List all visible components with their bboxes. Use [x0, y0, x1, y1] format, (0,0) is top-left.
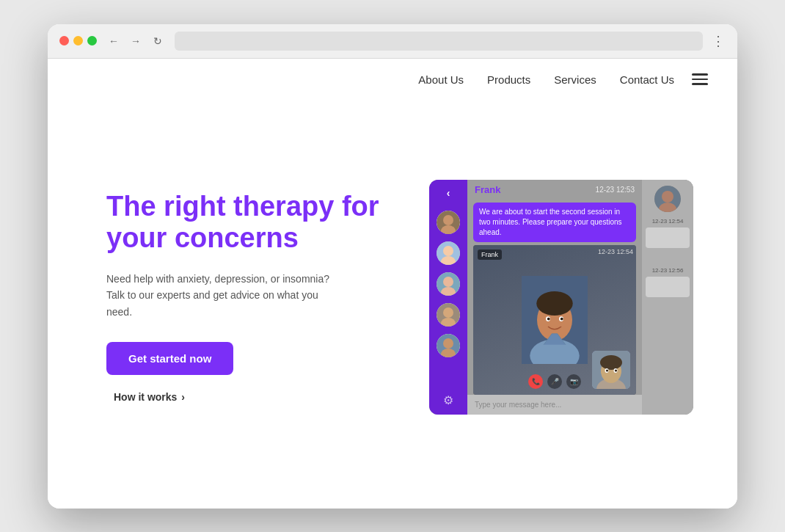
svg-point-31: [615, 369, 617, 371]
svg-point-13: [443, 338, 453, 349]
chat-header: Frank 12-23 12:53: [467, 180, 642, 200]
right-message-1: [646, 227, 690, 248]
svg-point-10: [443, 307, 453, 318]
avatar-svg-5: [437, 334, 460, 357]
browser-nav: ← → ↻: [106, 33, 166, 49]
chat-sidebar: ‹: [429, 180, 467, 415]
nav-contact-us[interactable]: Contact Us: [620, 73, 674, 86]
avatar-svg-3: [437, 272, 460, 296]
right-avatar-svg: [654, 186, 681, 212]
traffic-light-red[interactable]: [59, 36, 69, 45]
sidebar-back-button[interactable]: ‹: [447, 187, 450, 199]
hero-illustration: ‹: [429, 180, 693, 415]
nav-services[interactable]: Services: [554, 73, 596, 86]
svg-point-30: [606, 369, 608, 371]
nav-products[interactable]: Products: [487, 73, 530, 86]
svg-point-7: [443, 277, 453, 287]
chat-header-time: 12-23 12:53: [596, 186, 635, 194]
avatar-svg-1: [437, 211, 460, 234]
back-button[interactable]: ←: [106, 33, 122, 49]
svg-point-33: [662, 191, 673, 203]
hero-title: The right therapy for your concerns: [106, 191, 385, 255]
hero-section: The right therapy for your concerns Need…: [48, 101, 737, 509]
right-message-2: [646, 277, 690, 297]
nav-links: About Us Products Services Contact Us: [418, 73, 674, 86]
svg-point-4: [443, 246, 453, 256]
nav-about-us[interactable]: About Us: [418, 73, 464, 86]
hamburger-line-2: [692, 79, 708, 81]
video-call-area: Frank 12-23 12:54: [473, 245, 636, 395]
refresh-button[interactable]: ↻: [150, 33, 166, 49]
traffic-light-yellow[interactable]: [73, 36, 83, 45]
camera-button[interactable]: 📷: [566, 374, 581, 389]
video-name-badge: Frank: [478, 249, 502, 260]
address-bar[interactable]: [175, 32, 703, 51]
svg-point-27: [600, 355, 622, 370]
forward-button[interactable]: →: [128, 33, 144, 49]
chat-right-panel: 12-23 12:54 12-23 12:56: [642, 180, 693, 415]
sidebar-avatar-3[interactable]: [437, 272, 460, 296]
main-person-svg: [522, 276, 588, 364]
page-content: About Us Products Services Contact Us Th…: [48, 59, 737, 509]
chat-input-bar: Type your message here...: [467, 395, 642, 415]
traffic-lights: [59, 36, 97, 45]
how-it-works-arrow: ›: [181, 391, 185, 403]
svg-point-22: [547, 317, 550, 320]
browser-chrome: ← → ↻ ⋮: [48, 24, 737, 59]
sidebar-avatar-1[interactable]: [437, 211, 460, 234]
mute-button[interactable]: 🎤: [547, 374, 562, 389]
hero-text-block: The right therapy for your concerns Need…: [106, 191, 385, 404]
avatar-svg-2: [437, 241, 460, 265]
right-time-1: 12-23 12:54: [652, 218, 684, 225]
site-navigation: About Us Products Services Contact Us: [48, 59, 737, 101]
how-it-works-link[interactable]: How it works ›: [114, 391, 385, 403]
sidebar-avatar-4[interactable]: [437, 303, 460, 327]
browser-menu-dots[interactable]: ⋮: [712, 33, 726, 49]
get-started-button[interactable]: Get started now: [106, 342, 233, 375]
chat-main: Frank 12-23 12:53 We are about to start …: [467, 180, 642, 415]
pip-video: [592, 351, 630, 389]
avatar-svg-4: [437, 303, 460, 327]
hamburger-line-1: [692, 73, 708, 76]
right-panel-avatar: [654, 186, 681, 212]
browser-window: ← → ↻ ⋮ About Us Products Services Conta…: [48, 24, 737, 509]
how-it-works-label: How it works: [114, 391, 177, 403]
pip-person-svg: [592, 351, 630, 389]
end-call-button[interactable]: 📞: [528, 374, 543, 389]
svg-point-1: [443, 215, 453, 225]
sidebar-avatar-2[interactable]: [437, 241, 460, 265]
traffic-light-green[interactable]: [87, 36, 97, 45]
svg-point-19: [536, 291, 573, 316]
hero-description: Need help with anxiety, depression, or i…: [106, 271, 341, 320]
settings-icon[interactable]: ⚙: [443, 393, 453, 407]
hamburger-menu[interactable]: [692, 73, 708, 85]
video-controls: 📞 🎤 📷: [528, 374, 581, 389]
right-time-2: 12-23 12:56: [652, 267, 684, 274]
video-main-feed: Frank 12-23 12:54: [473, 245, 636, 395]
chat-message: We are about to start the second session…: [473, 203, 636, 242]
sidebar-avatar-5[interactable]: [437, 334, 460, 357]
hamburger-line-3: [692, 83, 708, 85]
chat-input-placeholder[interactable]: Type your message here...: [475, 401, 635, 409]
video-timestamp: 12-23 12:54: [598, 248, 633, 255]
svg-point-23: [561, 317, 563, 320]
chat-contact-name: Frank: [475, 184, 500, 195]
app-mockup: ‹: [429, 180, 693, 415]
